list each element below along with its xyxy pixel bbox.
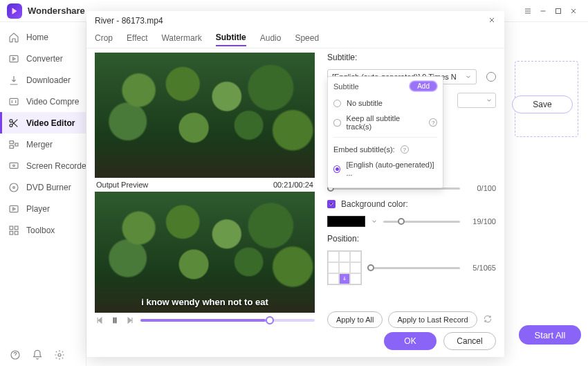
sidebar-item-player[interactable]: Player <box>0 198 86 219</box>
sidebar-item-label: Toolbox <box>26 226 55 235</box>
tab-subtitle[interactable]: Subtitle <box>216 33 246 46</box>
chevron-down-icon[interactable] <box>371 218 378 225</box>
tab-speed[interactable]: Speed <box>295 33 319 46</box>
sidebar-item-video-editor[interactable]: Video Editor <box>0 112 86 134</box>
pause-icon[interactable] <box>110 315 120 325</box>
minimize-button[interactable] <box>535 3 551 19</box>
bell-icon[interactable] <box>32 349 43 360</box>
svg-rect-12 <box>10 205 18 212</box>
sidebar-item-merger[interactable]: Merger <box>0 134 86 155</box>
bg-label: Background color: <box>341 199 408 209</box>
sidebar-item-downloader[interactable]: Downloader <box>0 69 86 91</box>
bg-checkbox[interactable] <box>327 200 336 208</box>
disc-icon <box>8 182 19 193</box>
pos-cell[interactable] <box>328 262 339 273</box>
svg-rect-8 <box>10 163 18 168</box>
svg-rect-15 <box>10 231 13 235</box>
option-no-subtitle[interactable]: No subtitle <box>333 95 437 111</box>
bg-opacity-slider[interactable] <box>383 221 460 223</box>
tab-crop[interactable]: Crop <box>95 33 113 46</box>
sidebar: Home Converter Downloader Video Compre V… <box>0 22 86 366</box>
help-icon[interactable] <box>10 349 21 360</box>
sidebar-item-label: Merger <box>26 140 53 149</box>
tab-watermark[interactable]: Watermark <box>161 33 201 46</box>
sidebar-bottom-icons <box>0 349 65 360</box>
svg-rect-14 <box>15 226 18 230</box>
timeline-slider[interactable] <box>140 319 315 322</box>
svg-rect-2 <box>10 98 18 104</box>
sidebar-item-converter[interactable]: Converter <box>0 48 86 69</box>
tab-effect[interactable]: Effect <box>127 33 147 46</box>
save-button[interactable]: Save <box>512 95 573 113</box>
maximize-button[interactable] <box>551 3 566 19</box>
pos-cell[interactable] <box>328 251 339 262</box>
add-subtitle-button[interactable]: Add <box>410 81 437 91</box>
sidebar-item-dvd[interactable]: DVD Burner <box>0 176 86 198</box>
merger-icon <box>8 139 19 150</box>
gear-icon[interactable] <box>54 349 65 360</box>
pos-cell[interactable] <box>339 262 350 273</box>
reset-icon[interactable] <box>483 314 493 326</box>
svg-point-10 <box>10 183 18 192</box>
option-label: Keep all subtitle track(s) <box>347 114 424 131</box>
settings-column: Subtitle: [English (auto-generated)] 9 T… <box>327 53 496 328</box>
sidebar-item-toolbox[interactable]: Toolbox <box>0 219 86 241</box>
subtitle-popup: Subtitle Add No subtitle Keep all subtit… <box>327 76 443 188</box>
preview-column: Output Preview 00:21/00:24 i know wendy … <box>95 53 315 328</box>
hamburger-icon[interactable] <box>520 3 535 19</box>
sidebar-item-recorder[interactable]: Screen Recorde <box>0 155 86 176</box>
bg-slider-row: 19/100 <box>327 216 496 227</box>
pos-cell[interactable] <box>350 262 361 273</box>
sidebar-item-compressor[interactable]: Video Compre <box>0 91 86 112</box>
bg-color-swatch[interactable] <box>327 216 365 227</box>
svg-point-9 <box>13 165 15 167</box>
prev-frame-icon[interactable] <box>95 315 104 325</box>
modal-footer: OK Cancel <box>86 328 504 357</box>
option-keep-all[interactable]: Keep all subtitle track(s) ? <box>333 111 437 134</box>
sidebar-item-label: Player <box>26 204 50 214</box>
pos-cell[interactable] <box>350 273 361 284</box>
pos-cell[interactable] <box>328 273 339 284</box>
logo-icon <box>10 6 19 16</box>
modal-close-button[interactable] <box>488 16 496 26</box>
sidebar-item-label: Video Compre <box>26 97 80 107</box>
start-all-button[interactable]: Start All <box>519 325 581 345</box>
position-value: 5/1065 <box>466 264 496 272</box>
app-logo <box>7 3 22 19</box>
cancel-button[interactable]: Cancel <box>443 332 496 350</box>
search-subtitle-icon[interactable] <box>486 72 496 82</box>
svg-rect-6 <box>10 145 13 148</box>
modal-header: River - 86173.mp4 <box>86 11 504 30</box>
close-button[interactable] <box>566 3 581 19</box>
option-label: [English (auto-generated)] ... <box>346 161 437 177</box>
chevron-down-icon <box>486 97 493 104</box>
playback-controls <box>95 313 315 328</box>
transparency-value: 0/100 <box>466 184 496 192</box>
next-frame-icon[interactable] <box>125 315 135 325</box>
grid-icon <box>8 225 19 236</box>
subtitle-label: Subtitle: <box>327 53 496 62</box>
subtitle-overlay: i know wendy when not to eat <box>95 297 315 307</box>
position-grid[interactable] <box>327 250 362 285</box>
bg-value: 19/100 <box>466 217 496 226</box>
pos-cell[interactable] <box>339 251 350 262</box>
radio-icon <box>333 100 341 107</box>
chevron-down-icon <box>465 73 472 80</box>
apply-last-button[interactable]: Apply to Last Record <box>388 311 477 328</box>
apply-all-button[interactable]: Apply to All <box>327 311 383 328</box>
position-slider[interactable] <box>367 267 460 269</box>
play-icon <box>8 203 19 214</box>
option-embed-english[interactable]: [English (auto-generated)] ... <box>333 157 437 181</box>
position-row: 5/1065 <box>327 250 496 285</box>
sidebar-item-home[interactable]: Home <box>0 26 86 48</box>
tab-audio[interactable]: Audio <box>260 33 282 46</box>
help-icon[interactable]: ? <box>401 145 409 154</box>
sidebar-item-label: Downloader <box>26 75 71 85</box>
radio-icon <box>333 119 341 127</box>
pos-cell-bottom-center[interactable] <box>339 273 350 284</box>
sidebar-item-label: Video Editor <box>26 118 75 128</box>
ok-button[interactable]: OK <box>384 332 437 350</box>
font-select-partial[interactable] <box>457 93 496 108</box>
pos-cell[interactable] <box>350 251 361 262</box>
help-icon[interactable]: ? <box>429 118 437 127</box>
